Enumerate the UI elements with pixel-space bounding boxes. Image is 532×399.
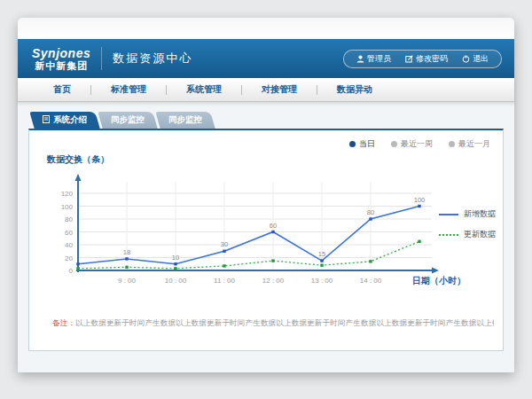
- svg-text:60: 60: [270, 222, 277, 230]
- svg-text:15: 15: [318, 250, 325, 258]
- nav-item-standard-mgmt[interactable]: 标准管理: [91, 83, 166, 96]
- legend-line-updated: [439, 234, 458, 236]
- header-divider: [101, 47, 102, 70]
- y-axis-title: 数据交换（条）: [47, 153, 109, 166]
- tab-bar: 系统介绍 同步监控 同步监控: [32, 112, 215, 129]
- tab-label: 同步监控: [168, 114, 202, 126]
- document-icon: [43, 115, 50, 125]
- svg-text:11 : 00: 11 : 00: [214, 277, 235, 285]
- content-area: 系统介绍 同步监控 同步监控 当日 最近一周: [18, 101, 514, 372]
- svg-text:0: 0: [69, 267, 74, 275]
- footnote: 备注：以上数据更新于时间产生数据以上数据更新于时间产生数据以上数据更新于时间产生…: [52, 318, 494, 329]
- legend-item-new-data[interactable]: 新增数据: [439, 208, 496, 220]
- period-option-last-month[interactable]: 最近一月: [449, 138, 490, 150]
- svg-text:120: 120: [61, 190, 74, 198]
- svg-text:12 : 00: 12 : 00: [262, 277, 285, 285]
- logo-subtext: 新中新集团: [32, 60, 90, 72]
- svg-text:60: 60: [65, 229, 73, 237]
- svg-text:80: 80: [65, 215, 73, 223]
- period-label: 最近一周: [401, 138, 433, 150]
- line-chart: 0204060801001209 : 0010 : 0011 : 0012 : …: [36, 171, 480, 304]
- svg-text:10: 10: [172, 254, 179, 262]
- svg-text:18: 18: [123, 248, 130, 256]
- footnote-label: 备注：: [52, 318, 75, 327]
- tab-sync-monitor-2[interactable]: 同步监控: [155, 112, 215, 129]
- svg-text:20: 20: [65, 254, 73, 262]
- legend-label: 更新数据: [464, 229, 496, 240]
- user-account-label: 管理员: [367, 53, 391, 65]
- user-menu: 管理员 修改密码 退出: [343, 50, 502, 68]
- svg-text:100: 100: [61, 203, 74, 211]
- user-account-button[interactable]: 管理员: [349, 53, 398, 65]
- svg-text:40: 40: [65, 241, 73, 249]
- series-legend: 新增数据 更新数据: [439, 208, 496, 249]
- nav-item-home[interactable]: 首页: [34, 83, 90, 96]
- user-icon: [356, 55, 364, 63]
- company-logo: Synjones 新中新集团: [32, 46, 90, 72]
- tab-system-intro[interactable]: 系统介绍: [29, 112, 99, 129]
- svg-text:14 : 00: 14 : 00: [360, 277, 382, 285]
- svg-text:100: 100: [414, 196, 426, 204]
- nav-item-interface-mgmt[interactable]: 对接管理: [242, 83, 317, 96]
- app-title: 数据资源中心: [113, 51, 192, 66]
- change-password-button[interactable]: 修改密码: [398, 53, 455, 65]
- edit-icon: [405, 55, 413, 63]
- legend-label: 新增数据: [464, 208, 496, 220]
- window-top-strip: [18, 18, 514, 39]
- logo-text: Synjones: [32, 46, 90, 60]
- period-option-last-week[interactable]: 最近一周: [391, 138, 433, 150]
- tab-sync-monitor-1[interactable]: 同步监控: [98, 112, 157, 129]
- legend-line-new: [439, 214, 458, 215]
- app-header: Synjones 新中新集团 数据资源中心 管理员 修改密码: [18, 39, 514, 78]
- period-filter: 当日 最近一周 最近一月: [349, 138, 490, 150]
- main-nav: 首页 标准管理 系统管理 对接管理 数据异动: [18, 78, 514, 102]
- period-option-today[interactable]: 当日: [349, 138, 375, 150]
- nav-item-system-mgmt[interactable]: 系统管理: [167, 83, 241, 96]
- tab-label: 同步监控: [111, 114, 145, 126]
- radio-icon: [449, 141, 455, 147]
- svg-text:13 : 00: 13 : 00: [311, 277, 333, 285]
- logout-button[interactable]: 退出: [455, 53, 496, 65]
- period-label: 当日: [359, 138, 375, 150]
- svg-text:日期（小时）: 日期（小时）: [412, 276, 466, 286]
- power-icon: [462, 55, 470, 63]
- radio-icon: [391, 141, 397, 147]
- svg-text:9 : 00: 9 : 00: [118, 277, 137, 285]
- radio-icon: [349, 141, 356, 147]
- nav-item-data-change[interactable]: 数据异动: [317, 83, 392, 96]
- footnote-text: 以上数据更新于时间产生数据以上数据更新于时间产生数据以上数据更新于时间产生数据以…: [75, 318, 494, 327]
- svg-text:80: 80: [367, 208, 374, 216]
- app-window: Synjones 新中新集团 数据资源中心 管理员 修改密码: [18, 18, 514, 372]
- svg-text:30: 30: [221, 240, 228, 248]
- chart-panel: 当日 最近一周 最近一月 数据交换（条） 0204060801001209 : …: [28, 129, 504, 351]
- logout-label: 退出: [473, 53, 489, 65]
- period-label: 最近一月: [458, 138, 490, 150]
- tab-label: 系统介绍: [53, 114, 87, 126]
- change-password-label: 修改密码: [416, 53, 448, 65]
- svg-text:10 : 00: 10 : 00: [165, 277, 187, 285]
- legend-item-updated-data[interactable]: 更新数据: [439, 229, 496, 240]
